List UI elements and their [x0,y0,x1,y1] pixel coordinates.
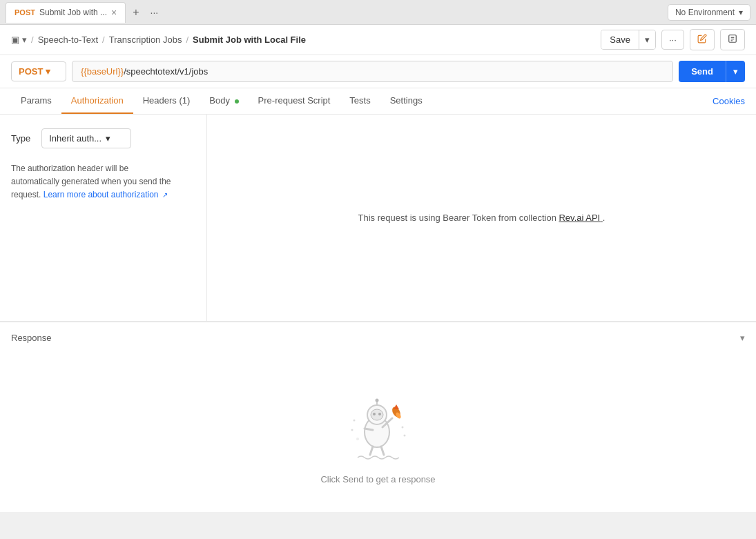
svg-line-11 [365,429,373,430]
document-icon [728,34,737,43]
send-button[interactable]: Send [679,61,726,82]
tab-more-button[interactable]: ··· [145,4,164,21]
more-actions-button[interactable]: ··· [661,30,684,50]
external-link-icon: ↗ [162,191,168,199]
edit-button[interactable] [690,29,715,50]
url-input[interactable]: {{baseUrl}}/speechtotext/v1/jobs [72,61,673,82]
tab-authorization[interactable]: Authorization [61,88,133,114]
env-dropdown[interactable]: No Environment ▾ [668,4,750,21]
breadcrumb-current: Submit Job with Local File [193,35,306,45]
tab-title: Submit Job with ... [39,8,107,17]
chevron-icon: ▾ [22,35,27,45]
svg-point-21 [403,435,405,437]
auth-description: The authorization header will be automat… [11,162,195,202]
auth-type-dropdown[interactable]: Inherit auth... ▾ [41,128,131,148]
tab-pre-request-script[interactable]: Pre-request Script [249,88,340,114]
auth-left-panel: Type Inherit auth... ▾ The authorization… [0,115,207,321]
type-label: Type [11,133,30,144]
svg-line-16 [370,447,373,455]
chevron-down-icon: ▾ [739,8,743,17]
url-bar: POST ▾ {{baseUrl}}/speechtotext/v1/jobs … [0,55,756,88]
collection-link[interactable]: Rev.ai API [559,213,602,223]
url-path: /speechtotext/v1/jobs [124,66,208,77]
doc-button[interactable] [720,29,745,50]
auth-desc-line3: request. [11,190,41,199]
svg-line-17 [381,447,384,455]
close-icon[interactable]: × [111,8,117,17]
auth-desc-line1: The authorization header will be [11,164,128,173]
url-variable: {{baseUrl}} [81,66,124,77]
save-button-group: Save ▾ [601,30,656,50]
breadcrumb-sep-3: / [186,35,188,45]
send-dropdown-button[interactable]: ▾ [726,61,745,82]
breadcrumb-actions: Save ▾ ··· [601,29,745,50]
breadcrumb-speech-to-text[interactable]: Speech-to-Text [38,35,98,45]
tab-tests[interactable]: Tests [340,88,380,114]
breadcrumb-transcription-jobs[interactable]: Transcription Jobs [109,35,182,45]
response-hint: Click Send to get a response [320,474,435,484]
tab-bar: POST Submit Job with ... × + ··· No Envi… [0,0,756,25]
svg-point-18 [353,420,355,422]
auth-type-row: Type Inherit auth... ▾ [11,128,195,148]
save-button[interactable]: Save [601,30,639,49]
svg-point-19 [351,429,353,431]
svg-point-20 [401,427,403,429]
environment-selector: No Environment ▾ [668,4,750,21]
breadcrumb-sep-1: / [31,35,34,45]
method-selector[interactable]: POST ▾ [11,61,66,81]
svg-point-8 [378,413,381,415]
tab-headers[interactable]: Headers (1) [133,88,200,114]
astronaut-illustration [337,380,420,463]
tab-params[interactable]: Params [11,88,61,114]
request-tabs: Params Authorization Headers (1) Body Pr… [0,88,756,115]
breadcrumb-folder: ▣ ▾ [11,35,27,45]
pencil-icon [697,34,707,43]
chevron-down-icon: ▾ [106,133,110,144]
main-content: Type Inherit auth... ▾ The authorization… [0,115,756,322]
send-button-group: Send ▾ [679,61,745,82]
body-dot-indicator [235,99,239,104]
tab-settings[interactable]: Settings [380,88,432,114]
response-section: Response ▾ [0,322,756,512]
response-header[interactable]: Response ▾ [11,322,745,353]
cookies-link[interactable]: Cookies [713,96,745,106]
tab-body[interactable]: Body [200,88,248,114]
response-title: Response [11,333,52,343]
svg-marker-14 [394,404,399,409]
response-body: Click Send to get a response [11,353,745,512]
folder-icon: ▣ [11,35,19,45]
new-tab-button[interactable]: + [127,3,144,21]
svg-point-6 [371,409,383,420]
auth-desc-line2: automatically generated when you send th… [11,177,171,186]
active-tab[interactable]: POST Submit Job with ... × [6,2,126,23]
svg-point-7 [373,413,376,415]
env-label: No Environment [675,8,735,17]
svg-point-10 [375,399,378,402]
breadcrumb-sep-2: / [102,35,105,45]
auth-right-panel: This request is using Bearer Token from … [207,115,756,321]
breadcrumb-bar: ▣ ▾ / Speech-to-Text / Transcription Job… [0,25,756,55]
svg-point-22 [356,438,359,440]
method-chevron-icon: ▾ [46,66,50,77]
response-chevron-icon: ▾ [740,333,745,343]
auth-type-value: Inherit auth... [49,133,101,144]
learn-more-link[interactable]: Learn more about authorization ↗ [43,190,168,199]
bearer-info-text: This request is using Bearer Token from … [358,213,605,223]
method-label: POST [19,66,43,77]
tab-method: POST [14,8,35,17]
save-dropdown-button[interactable]: ▾ [639,30,655,49]
astronaut-svg [337,380,420,463]
